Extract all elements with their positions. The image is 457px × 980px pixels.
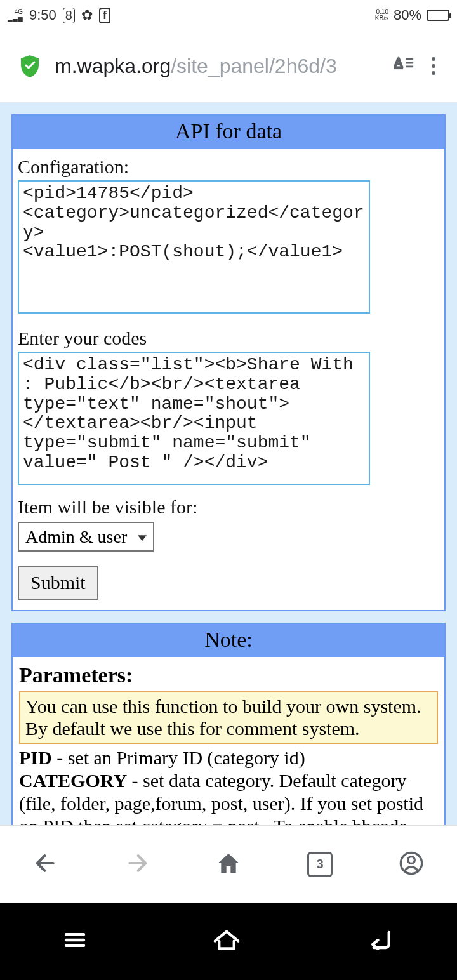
- browser-bottom-nav: 3: [0, 825, 457, 903]
- tabs-icon[interactable]: 3: [307, 852, 333, 877]
- signal-icon: 4G▂▃▅: [8, 9, 23, 22]
- profile-icon[interactable]: [399, 851, 424, 878]
- battery-icon: [427, 10, 449, 21]
- url-path: /site_panel/2h6d/3: [171, 55, 337, 77]
- submit-button[interactable]: Submit: [18, 566, 98, 600]
- facebook-icon: f: [99, 8, 110, 23]
- back-icon[interactable]: [33, 851, 58, 878]
- translate-icon[interactable]: A: [394, 54, 415, 78]
- home-icon[interactable]: [216, 851, 241, 878]
- parameters-text: PID - set an Primary ID (category id) CA…: [19, 746, 438, 825]
- page-content: API for data Configaration: Enter your c…: [0, 103, 457, 825]
- site-security-shield-icon[interactable]: [19, 54, 41, 78]
- parameters-heading: Parameters:: [19, 663, 438, 687]
- system-back-icon[interactable]: [365, 927, 395, 956]
- visibility-label: Item will be visible for:: [18, 496, 439, 518]
- codes-input[interactable]: [18, 352, 370, 485]
- configuration-input[interactable]: [18, 180, 370, 314]
- more-menu-icon[interactable]: [429, 55, 438, 77]
- battery-percent: 80%: [394, 7, 421, 23]
- browser-address-bar: m.wapka.org/site_panel/2h6d/3 A: [0, 30, 457, 102]
- svg-text:A: A: [394, 56, 402, 69]
- forward-icon[interactable]: [124, 851, 150, 878]
- status-icon-app: 8: [63, 8, 75, 23]
- note-title: Note:: [13, 624, 444, 657]
- data-speed: 0.10 KB/s: [375, 9, 388, 22]
- configuration-label: Configaration:: [18, 156, 439, 178]
- note-panel: Note: Parameters: You can use this funct…: [11, 623, 446, 825]
- url-display[interactable]: m.wapka.org/site_panel/2h6d/3: [55, 55, 380, 78]
- status-bar: 4G▂▃▅ 9:50 8 ✿ f 0.10 KB/s 80%: [0, 0, 457, 30]
- api-for-data-panel: API for data Configaration: Enter your c…: [11, 114, 446, 611]
- system-home-icon[interactable]: [211, 927, 242, 956]
- settings-gear-icon: ✿: [81, 7, 93, 23]
- visibility-select[interactable]: Admin & user: [18, 522, 154, 552]
- info-box: You can use this function to build your …: [19, 691, 438, 744]
- recents-icon[interactable]: [62, 927, 88, 956]
- panel-title: API for data: [13, 116, 444, 149]
- status-time: 9:50: [29, 7, 56, 23]
- svg-point-2: [408, 856, 415, 863]
- system-nav-bar: [0, 903, 457, 980]
- url-host: m.wapka.org: [55, 55, 171, 77]
- codes-label: Enter your codes: [18, 328, 439, 349]
